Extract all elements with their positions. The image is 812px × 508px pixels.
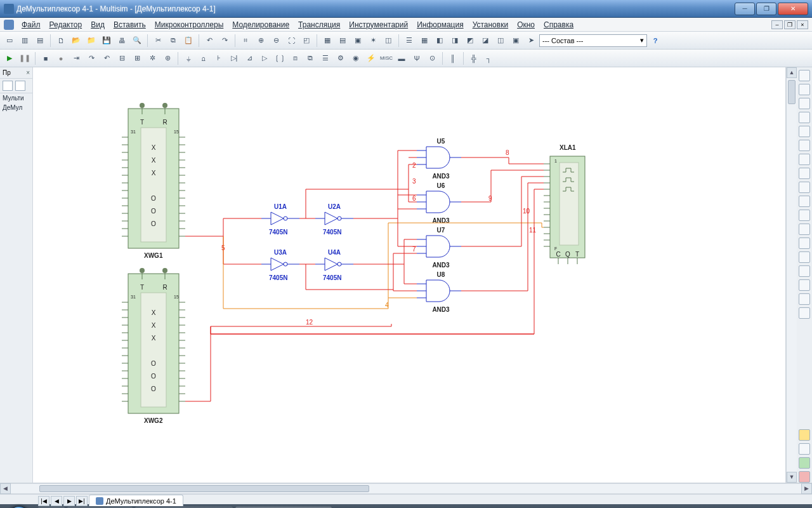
component-xwg2[interactable]: T R 31 15 X X X O O O XWG2 bbox=[122, 268, 185, 424]
component-u1a[interactable]: U1A 7405N bbox=[261, 203, 299, 236]
sim-tool-a-icon[interactable]: ⊟ bbox=[115, 51, 129, 65]
component-u7[interactable]: U7 AND3 bbox=[417, 227, 461, 269]
print-icon[interactable]: 🖶 bbox=[115, 34, 129, 48]
place-adv-icon[interactable]: ⧉ bbox=[303, 51, 317, 65]
tool-d-icon[interactable]: ◪ bbox=[478, 34, 492, 48]
tool-a-icon[interactable]: ◧ bbox=[433, 34, 447, 48]
component-xwg1[interactable]: T R 31 15 X X X O O O XWG1 bbox=[122, 103, 185, 259]
cut-icon[interactable]: ✂ bbox=[151, 34, 165, 48]
paste-icon[interactable]: 📋 bbox=[181, 34, 195, 48]
window-maximize-button[interactable]: ❐ bbox=[756, 3, 776, 15]
scroll-up-icon[interactable]: ▲ bbox=[787, 67, 797, 78]
instr-iv-icon[interactable] bbox=[799, 210, 810, 221]
pause-icon[interactable]: ❚❚ bbox=[18, 51, 32, 65]
instr-distort-icon[interactable] bbox=[799, 224, 810, 235]
zoom-selection-icon[interactable]: ◰ bbox=[299, 34, 313, 48]
scroll-left-icon[interactable]: ◀ bbox=[0, 483, 11, 494]
instr-multimeter-icon[interactable] bbox=[799, 70, 810, 81]
place-em-icon[interactable]: Ψ bbox=[410, 51, 424, 65]
analysis-icon[interactable]: ◫ bbox=[381, 34, 395, 48]
place-ttl-icon[interactable]: ❲❳ bbox=[273, 51, 287, 65]
instr-labview-icon[interactable] bbox=[799, 429, 810, 441]
instr-tkosc-icon[interactable] bbox=[799, 307, 810, 319]
view-layers-icon[interactable]: ▤ bbox=[33, 34, 47, 48]
instr-agfg-icon[interactable] bbox=[799, 265, 810, 277]
design-toolbox-tab2[interactable] bbox=[15, 81, 25, 91]
instr-bode-icon[interactable] bbox=[799, 140, 810, 151]
menu-window[interactable]: Окно bbox=[513, 19, 539, 30]
sim-tool-c-icon[interactable]: ✲ bbox=[145, 51, 159, 65]
record-icon[interactable]: ● bbox=[54, 51, 68, 65]
new-file-icon[interactable]: 🗋 bbox=[54, 34, 68, 48]
component-xla1[interactable]: 1 F C Q T XLA1 bbox=[544, 144, 585, 264]
mdi-minimize[interactable]: – bbox=[771, 20, 783, 29]
instr-measure-icon[interactable] bbox=[799, 471, 810, 483]
instr-wordgen-icon[interactable] bbox=[799, 168, 810, 179]
zoom-window-icon[interactable]: ⌗ bbox=[239, 34, 252, 48]
menu-edit[interactable]: Редактор bbox=[46, 19, 86, 30]
sim-tool-d-icon[interactable]: ⊛ bbox=[160, 51, 174, 65]
instr-logican-icon[interactable] bbox=[799, 182, 810, 193]
menu-transfer[interactable]: Трансляция bbox=[294, 19, 344, 30]
print-preview-icon[interactable]: 🔍 bbox=[130, 34, 144, 48]
place-rf-icon[interactable]: ▬ bbox=[395, 51, 409, 65]
open-examples-icon[interactable]: 📁 bbox=[84, 34, 98, 48]
tool-arrow-icon[interactable]: ➤ bbox=[524, 34, 538, 48]
spreadsheet-icon[interactable]: ▤ bbox=[336, 34, 350, 48]
place-mixed-icon[interactable]: ⚙ bbox=[334, 51, 348, 65]
scroll-thumb-vertical[interactable] bbox=[788, 80, 796, 104]
component-u3a[interactable]: U3A 7405N bbox=[261, 249, 299, 281]
instr-funcgen-icon[interactable] bbox=[799, 84, 810, 95]
place-bus-icon[interactable]: ║ bbox=[446, 51, 460, 65]
place-indicator-icon[interactable]: ◉ bbox=[349, 51, 363, 65]
compose-dropdown[interactable]: --- Состав ---▾ bbox=[539, 34, 647, 47]
place-power-icon[interactable]: ⚡ bbox=[364, 51, 378, 65]
canvas-horizontal-scrollbar[interactable]: ◀ ▶ bbox=[0, 483, 812, 494]
window-minimize-button[interactable]: ─ bbox=[735, 3, 755, 15]
document-tab-active[interactable]: ДеМультиплексор 4-1 bbox=[89, 495, 183, 506]
menu-simulate[interactable]: Моделирование bbox=[228, 19, 293, 30]
zoom-in-icon[interactable]: ⊕ bbox=[254, 34, 268, 48]
place-junction-icon[interactable]: ╬ bbox=[467, 51, 481, 65]
design-toolbox-tab1[interactable] bbox=[3, 81, 13, 91]
scroll-thumb-horizontal[interactable] bbox=[39, 485, 369, 492]
place-wire-icon[interactable]: ┐ bbox=[482, 51, 496, 65]
instr-agmm-icon[interactable] bbox=[799, 279, 810, 291]
tool-e-icon[interactable]: ◫ bbox=[494, 34, 508, 48]
schematic-canvas[interactable]: T R 31 15 X X X O O O XWG1 bbox=[33, 67, 786, 483]
design-tree-item-demul[interactable]: ДеМул bbox=[0, 103, 32, 112]
start-button[interactable] bbox=[3, 505, 36, 508]
menu-options[interactable]: Установки bbox=[469, 19, 512, 30]
place-diode-icon[interactable]: ▷| bbox=[227, 51, 241, 65]
copy-icon[interactable]: ⧉ bbox=[166, 34, 180, 48]
undo-icon[interactable]: ↶ bbox=[202, 34, 216, 48]
menu-help[interactable]: Справка bbox=[540, 19, 577, 30]
canvas-vertical-scrollbar[interactable]: ▲ ▼ bbox=[786, 67, 797, 483]
tab-nav-prev[interactable]: ◀ bbox=[51, 496, 62, 506]
open-file-icon[interactable]: 📂 bbox=[69, 34, 83, 48]
place-ground-icon[interactable]: ⏚ bbox=[181, 51, 195, 65]
tool-b-icon[interactable]: ◨ bbox=[448, 34, 462, 48]
component-u8[interactable]: U8 AND3 bbox=[417, 271, 461, 313]
instr-4scope-icon[interactable] bbox=[799, 126, 810, 137]
place-resistor-icon[interactable]: ⩍ bbox=[197, 51, 211, 65]
design-toolbox-close-icon[interactable]: × bbox=[26, 69, 30, 76]
instr-spectrum-icon[interactable] bbox=[799, 237, 810, 249]
window-close-button[interactable]: ✕ bbox=[778, 3, 808, 15]
zoom-fit-icon[interactable]: ⛶ bbox=[284, 34, 298, 48]
view-schematic-icon[interactable]: ▭ bbox=[3, 34, 16, 48]
component-u2a[interactable]: U2A 7405N bbox=[315, 203, 353, 236]
view-3d-icon[interactable]: ▥ bbox=[18, 34, 32, 48]
tab-nav-next[interactable]: ▶ bbox=[63, 496, 75, 506]
step-into-icon[interactable]: ⇥ bbox=[69, 51, 83, 65]
zoom-out-icon[interactable]: ⊖ bbox=[269, 34, 283, 48]
tab-nav-last[interactable]: ▶| bbox=[76, 496, 88, 506]
place-cmos-icon[interactable]: ⧈ bbox=[288, 51, 302, 65]
component-u4a[interactable]: U4A 7405N bbox=[315, 249, 353, 281]
database-icon[interactable]: ▣ bbox=[351, 34, 365, 48]
menu-view[interactable]: Вид bbox=[87, 19, 108, 30]
mdi-restore[interactable]: ❐ bbox=[784, 20, 796, 29]
menu-insert[interactable]: Вставить bbox=[110, 19, 150, 30]
toggle-legends-icon[interactable]: ☰ bbox=[402, 34, 416, 48]
menu-info[interactable]: Информация bbox=[413, 19, 467, 30]
